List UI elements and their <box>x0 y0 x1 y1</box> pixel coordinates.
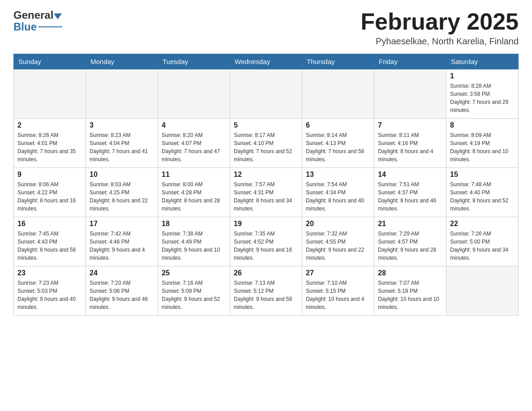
calendar-header-row: SundayMondayTuesdayWednesdayThursdayFrid… <box>14 54 519 69</box>
day-info: Sunrise: 8:14 AMSunset: 4:13 PMDaylight:… <box>306 131 370 163</box>
day-number: 16 <box>17 220 82 228</box>
calendar-day-cell <box>374 69 446 119</box>
day-info: Sunrise: 7:26 AMSunset: 5:00 PMDaylight:… <box>450 230 515 262</box>
day-info: Sunrise: 7:29 AMSunset: 4:57 PMDaylight:… <box>378 230 442 262</box>
day-info: Sunrise: 7:16 AMSunset: 5:09 PMDaylight:… <box>162 279 226 311</box>
calendar-day-cell: 11Sunrise: 8:00 AMSunset: 4:28 PMDayligh… <box>158 168 230 217</box>
day-number: 11 <box>162 171 226 179</box>
calendar-day-header: Monday <box>86 54 158 69</box>
day-number: 20 <box>306 220 370 228</box>
day-number: 9 <box>17 171 82 179</box>
calendar-day-cell: 15Sunrise: 7:48 AMSunset: 4:40 PMDayligh… <box>446 168 519 217</box>
calendar-day-header: Friday <box>374 54 446 69</box>
calendar-day-cell: 21Sunrise: 7:29 AMSunset: 4:57 PMDayligh… <box>374 217 446 266</box>
day-info: Sunrise: 7:42 AMSunset: 4:46 PMDaylight:… <box>90 230 154 262</box>
calendar-day-cell: 20Sunrise: 7:32 AMSunset: 4:55 PMDayligh… <box>302 217 374 266</box>
day-info: Sunrise: 7:13 AMSunset: 5:12 PMDaylight:… <box>234 279 298 311</box>
day-number: 22 <box>450 220 515 228</box>
calendar-day-cell: 23Sunrise: 7:23 AMSunset: 5:03 PMDayligh… <box>14 266 86 316</box>
day-number: 1 <box>450 72 515 80</box>
calendar-day-cell: 12Sunrise: 7:57 AMSunset: 4:31 PMDayligh… <box>230 168 302 217</box>
day-number: 28 <box>378 269 442 277</box>
calendar-day-header: Sunday <box>14 54 86 69</box>
page-header: General Blue February 2025 Pyhaeselkae, … <box>13 9 519 47</box>
logo-general-text: General <box>13 9 53 21</box>
day-info: Sunrise: 7:45 AMSunset: 4:43 PMDaylight:… <box>17 230 82 262</box>
day-number: 3 <box>90 121 154 129</box>
day-info: Sunrise: 7:10 AMSunset: 5:15 PMDaylight:… <box>306 279 370 311</box>
day-info: Sunrise: 7:48 AMSunset: 4:40 PMDaylight:… <box>450 180 515 213</box>
calendar-day-header: Saturday <box>446 54 519 69</box>
calendar-week-row: 16Sunrise: 7:45 AMSunset: 4:43 PMDayligh… <box>14 217 519 266</box>
calendar-week-row: 9Sunrise: 8:06 AMSunset: 4:22 PMDaylight… <box>14 168 519 217</box>
day-number: 14 <box>378 171 442 179</box>
calendar-day-cell: 26Sunrise: 7:13 AMSunset: 5:12 PMDayligh… <box>230 266 302 316</box>
day-info: Sunrise: 7:20 AMSunset: 5:06 PMDaylight:… <box>90 279 154 311</box>
calendar-week-row: 23Sunrise: 7:23 AMSunset: 5:03 PMDayligh… <box>14 266 519 316</box>
calendar-day-cell: 18Sunrise: 7:38 AMSunset: 4:49 PMDayligh… <box>158 217 230 266</box>
day-number: 21 <box>378 220 442 228</box>
day-number: 2 <box>17 121 82 129</box>
calendar-day-cell: 24Sunrise: 7:20 AMSunset: 5:06 PMDayligh… <box>86 266 158 316</box>
calendar-day-cell: 13Sunrise: 7:54 AMSunset: 4:34 PMDayligh… <box>302 168 374 217</box>
day-info: Sunrise: 7:35 AMSunset: 4:52 PMDaylight:… <box>234 230 298 262</box>
calendar-day-cell <box>86 69 158 119</box>
calendar-day-header: Tuesday <box>158 54 230 69</box>
location-subtitle: Pyhaeselkae, North Karelia, Finland <box>360 36 519 47</box>
day-info: Sunrise: 8:20 AMSunset: 4:07 PMDaylight:… <box>162 131 226 163</box>
day-info: Sunrise: 8:23 AMSunset: 4:04 PMDaylight:… <box>90 131 154 163</box>
calendar-day-cell <box>158 69 230 119</box>
calendar-day-cell: 4Sunrise: 8:20 AMSunset: 4:07 PMDaylight… <box>158 119 230 168</box>
calendar-day-cell: 5Sunrise: 8:17 AMSunset: 4:10 PMDaylight… <box>230 119 302 168</box>
day-info: Sunrise: 7:38 AMSunset: 4:49 PMDaylight:… <box>162 230 226 262</box>
calendar-day-cell: 2Sunrise: 8:26 AMSunset: 4:01 PMDaylight… <box>14 119 86 168</box>
day-number: 13 <box>306 171 370 179</box>
calendar-day-cell: 7Sunrise: 8:11 AMSunset: 4:16 PMDaylight… <box>374 119 446 168</box>
calendar-day-cell <box>302 69 374 119</box>
day-info: Sunrise: 8:11 AMSunset: 4:16 PMDaylight:… <box>378 131 442 163</box>
day-info: Sunrise: 7:51 AMSunset: 4:37 PMDaylight:… <box>378 180 442 213</box>
day-info: Sunrise: 7:32 AMSunset: 4:55 PMDaylight:… <box>306 230 370 262</box>
calendar-day-cell: 8Sunrise: 8:09 AMSunset: 4:19 PMDaylight… <box>446 119 519 168</box>
day-number: 27 <box>306 269 370 277</box>
calendar-day-cell: 19Sunrise: 7:35 AMSunset: 4:52 PMDayligh… <box>230 217 302 266</box>
logo-blue-text: Blue <box>13 21 37 33</box>
day-number: 19 <box>234 220 298 228</box>
day-number: 15 <box>450 171 515 179</box>
day-info: Sunrise: 8:28 AMSunset: 3:58 PMDaylight:… <box>450 82 515 114</box>
day-info: Sunrise: 8:00 AMSunset: 4:28 PMDaylight:… <box>162 180 226 213</box>
day-number: 23 <box>17 269 82 277</box>
day-info: Sunrise: 8:06 AMSunset: 4:22 PMDaylight:… <box>17 180 82 213</box>
day-number: 10 <box>90 171 154 179</box>
calendar-day-header: Thursday <box>302 54 374 69</box>
calendar-day-cell: 25Sunrise: 7:16 AMSunset: 5:09 PMDayligh… <box>158 266 230 316</box>
calendar-day-cell <box>446 266 519 316</box>
logo: General Blue <box>13 9 62 33</box>
day-number: 6 <box>306 121 370 129</box>
day-info: Sunrise: 7:54 AMSunset: 4:34 PMDaylight:… <box>306 180 370 213</box>
logo-arrow-icon <box>54 13 62 19</box>
day-number: 17 <box>90 220 154 228</box>
day-number: 18 <box>162 220 226 228</box>
day-number: 4 <box>162 121 226 129</box>
calendar-day-cell: 10Sunrise: 8:03 AMSunset: 4:25 PMDayligh… <box>86 168 158 217</box>
calendar-day-cell <box>230 69 302 119</box>
month-title: February 2025 <box>360 9 519 34</box>
logo-underline <box>39 26 62 27</box>
day-number: 8 <box>450 121 515 129</box>
calendar-day-cell: 1Sunrise: 8:28 AMSunset: 3:58 PMDaylight… <box>446 69 519 119</box>
calendar-day-cell: 6Sunrise: 8:14 AMSunset: 4:13 PMDaylight… <box>302 119 374 168</box>
day-info: Sunrise: 7:23 AMSunset: 5:03 PMDaylight:… <box>17 279 82 311</box>
day-number: 12 <box>234 171 298 179</box>
calendar-day-cell: 3Sunrise: 8:23 AMSunset: 4:04 PMDaylight… <box>86 119 158 168</box>
day-number: 7 <box>378 121 442 129</box>
calendar-week-row: 1Sunrise: 8:28 AMSunset: 3:58 PMDaylight… <box>14 69 519 119</box>
day-info: Sunrise: 8:17 AMSunset: 4:10 PMDaylight:… <box>234 131 298 163</box>
calendar-day-cell: 14Sunrise: 7:51 AMSunset: 4:37 PMDayligh… <box>374 168 446 217</box>
calendar-day-cell: 28Sunrise: 7:07 AMSunset: 5:18 PMDayligh… <box>374 266 446 316</box>
calendar-day-cell: 27Sunrise: 7:10 AMSunset: 5:15 PMDayligh… <box>302 266 374 316</box>
day-number: 24 <box>90 269 154 277</box>
day-number: 5 <box>234 121 298 129</box>
day-info: Sunrise: 7:07 AMSunset: 5:18 PMDaylight:… <box>378 279 442 311</box>
day-info: Sunrise: 8:03 AMSunset: 4:25 PMDaylight:… <box>90 180 154 213</box>
